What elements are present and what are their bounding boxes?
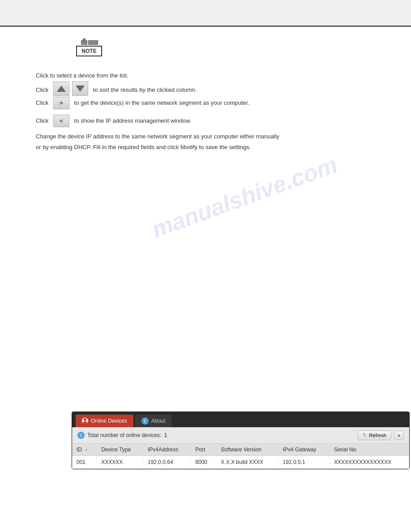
cell-port: 8000	[191, 456, 216, 469]
tab-bar: Online Devices i About	[72, 412, 409, 427]
refresh-label: Refresh	[369, 433, 386, 438]
tab-online-devices-label: Online Devices	[91, 418, 127, 424]
double-right-button[interactable]: »	[53, 97, 69, 109]
panel-content: i Total number of online devices: 1 ↻ Re…	[72, 427, 409, 469]
cell-ipv4-gateway: 192.0.0.1	[278, 456, 329, 469]
sort-arrow-icon: ↗	[84, 448, 88, 452]
watermark: manualshive.com	[148, 151, 341, 243]
body-line-4: Click « to show the IP address managemen…	[36, 115, 375, 127]
table-body: 001 XXXXXX 192.0.0.64 8000 X.X.X build X…	[72, 456, 409, 469]
cell-software-version: X.X.X build XXXX	[216, 456, 278, 469]
body-line-2: Click to sort the results by the clicked…	[36, 82, 375, 96]
total-devices-count: 1	[164, 432, 167, 438]
cell-serial-no: XXXXXXXXXXXXXXXX	[329, 456, 409, 469]
triangle-up-icon	[57, 86, 66, 92]
svg-point-0	[84, 418, 86, 421]
double-left-icon: «	[60, 116, 63, 126]
top-bar	[0, 0, 411, 27]
body-line-6: or by enabling DHCP. Fill in the require…	[36, 142, 375, 152]
table-row[interactable]: 001 XXXXXX 192.0.0.64 8000 X.X.X build X…	[72, 456, 409, 469]
tab-online-devices[interactable]: Online Devices	[76, 415, 133, 427]
note-section: NOTE	[36, 40, 375, 64]
col-port: Port	[191, 444, 216, 456]
col-software-version: Software Version	[216, 444, 278, 456]
col-ipv4-address: IPv4Address	[143, 444, 190, 456]
triangle-down-icon	[76, 86, 85, 92]
double-right-icon: »	[60, 98, 63, 108]
col-device-type: Device Type	[97, 444, 143, 456]
col-id: ID ↗	[72, 444, 97, 456]
content-area: NOTE Click to select a device from the l…	[0, 27, 411, 162]
sort-down-button[interactable]	[72, 82, 88, 96]
svg-point-1	[83, 421, 87, 424]
tab-about[interactable]: i About	[135, 415, 171, 427]
note-icon: NOTE	[76, 40, 103, 64]
cell-ipv4-address: 192.0.0.64	[143, 456, 190, 469]
double-left-button[interactable]: «	[53, 115, 69, 127]
bottom-panel: Online Devices i About i Total number of…	[72, 412, 410, 469]
info-icon: i	[141, 417, 149, 425]
table-header-row: ID ↗ Device Type IPv4Address Port Softwa…	[72, 444, 409, 456]
cell-id: 001	[72, 456, 97, 469]
col-serial-no: Serial No.	[329, 444, 409, 456]
body-line-1: Click to select a device from the list.	[36, 71, 375, 81]
body-line-3: Click » to get the device(s) in the same…	[36, 97, 375, 109]
col-ipv4-gateway: IPv4 Gateway	[278, 444, 329, 456]
body-line-5: Change the device IP address to the same…	[36, 132, 375, 142]
tab-about-label: About	[151, 418, 165, 424]
sort-up-button[interactable]	[53, 82, 69, 96]
panel-nav-button[interactable]: »	[394, 431, 404, 440]
refresh-button[interactable]: ↻ Refresh	[358, 430, 391, 440]
device-table: ID ↗ Device Type IPv4Address Port Softwa…	[72, 444, 409, 469]
note-label: NOTE	[76, 46, 102, 56]
total-devices-label: Total number of online devices:	[87, 432, 161, 438]
info-bar-right: ↻ Refresh »	[358, 430, 404, 440]
info-bar-left: i Total number of online devices: 1	[77, 432, 167, 439]
info-circle-icon: i	[77, 432, 85, 439]
cell-device-type: XXXXXX	[97, 456, 143, 469]
person-icon	[82, 418, 88, 424]
table-header: ID ↗ Device Type IPv4Address Port Softwa…	[72, 444, 409, 456]
refresh-icon: ↻	[363, 432, 367, 438]
info-bar: i Total number of online devices: 1 ↻ Re…	[72, 427, 409, 444]
panel-nav-icon: »	[398, 433, 400, 438]
body-text: Click to select a device from the list. …	[36, 71, 375, 152]
